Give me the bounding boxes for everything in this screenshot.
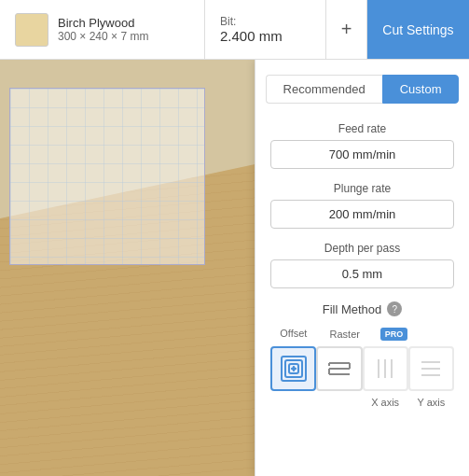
offset-button[interactable] [270, 346, 316, 391]
material-swatch [15, 13, 48, 47]
offset-label: Offset [270, 328, 317, 341]
offset-icon [278, 353, 310, 385]
x-axis-button[interactable] [363, 346, 408, 391]
material-name: Birch Plywood [58, 16, 148, 30]
plunge-rate-input[interactable] [270, 200, 454, 229]
x-axis-icon [369, 353, 401, 385]
recommended-toggle[interactable]: Recommended [266, 75, 382, 104]
raster-row: Raster PRO [317, 328, 408, 341]
raster-label: Raster [317, 329, 373, 340]
depth-per-pass-label: Depth per pass [270, 242, 454, 255]
bit-value: 2.400 mm [220, 28, 283, 44]
method-sub-labels: X axis Y axis [270, 397, 454, 408]
plunge-rate-label: Plunge rate [270, 182, 454, 195]
pro-badge: PRO [380, 328, 408, 341]
custom-label: Custom [400, 82, 442, 96]
grid-overlay [9, 88, 205, 265]
settings-panel: Recommended Custom Feed rate Plunge rate… [255, 60, 469, 476]
method-icons [270, 346, 454, 391]
raster-icon [324, 353, 355, 385]
spacer-label [407, 328, 454, 341]
toggle-group: Recommended Custom [270, 75, 454, 104]
method-top-labels: Offset Raster PRO [270, 328, 454, 341]
depth-per-pass-input[interactable] [270, 259, 454, 288]
bit-section: Bit: 2.400 mm [205, 0, 326, 59]
cut-settings-label: Cut Settings [382, 22, 453, 37]
top-bar: Birch Plywood 300 × 240 × 7 mm Bit: 2.40… [0, 0, 469, 60]
help-icon[interactable]: ? [387, 301, 402, 316]
add-button[interactable]: + [326, 0, 367, 59]
feed-rate-group: Feed rate [270, 122, 454, 169]
feed-rate-input[interactable] [270, 140, 454, 169]
custom-toggle[interactable]: Custom [382, 75, 460, 104]
depth-per-pass-group: Depth per pass [270, 242, 454, 288]
feed-rate-label: Feed rate [270, 122, 454, 135]
bit-label: Bit: [220, 15, 283, 28]
y-axis-icon [415, 353, 447, 385]
y-axis-sub-label: Y axis [408, 397, 454, 408]
fill-method-header: Fill Method ? [270, 301, 454, 316]
cut-settings-button[interactable]: Cut Settings [367, 0, 469, 59]
help-symbol: ? [393, 304, 398, 315]
material-dims: 300 × 240 × 7 mm [58, 30, 148, 43]
plus-icon: + [341, 19, 352, 40]
offset-sub-label [270, 397, 316, 408]
material-info: Birch Plywood 300 × 240 × 7 mm [58, 16, 148, 43]
raster-button[interactable] [316, 346, 362, 391]
fill-method-label: Fill Method [323, 302, 382, 316]
x-axis-sub-label: X axis [363, 397, 408, 408]
recommended-label: Recommended [283, 82, 366, 96]
plunge-rate-group: Plunge rate [270, 182, 454, 229]
bit-info: Bit: 2.400 mm [220, 15, 283, 44]
material-section: Birch Plywood 300 × 240 × 7 mm [0, 0, 205, 59]
y-axis-button[interactable] [408, 346, 454, 391]
raster-sub-label [316, 397, 362, 408]
